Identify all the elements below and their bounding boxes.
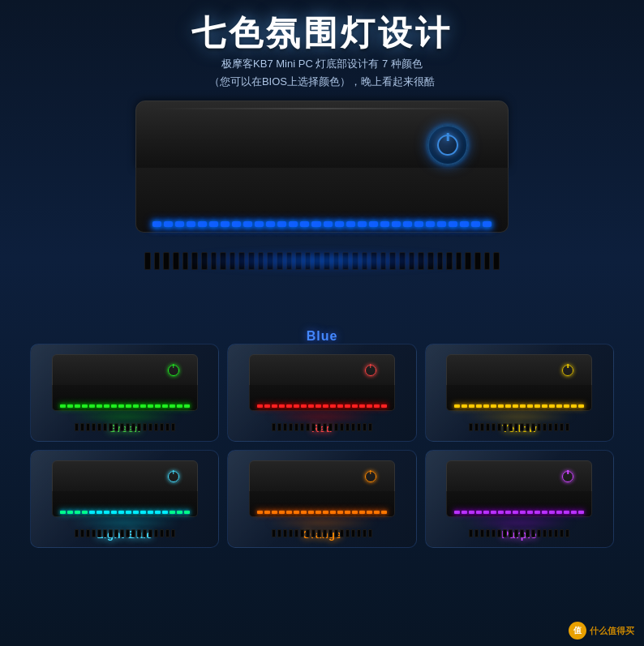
mini-led-dot [337,404,343,408]
variants-grid: GreenRedYellowLight BlueOrangePurple [22,344,622,548]
led-dot [175,221,184,227]
mini-led-dot [126,404,131,408]
led-dot [255,221,264,227]
mini-power-ring [168,471,179,482]
led-dot [311,221,320,227]
led-dot [426,221,435,227]
mini-vent [492,423,496,431]
mini-led-dot [578,404,584,408]
mini-led-dot [148,511,153,514]
mini-vent [334,529,338,537]
mini-led-dot [301,511,307,514]
subtitle: 极摩客KB7 Mini PC 灯底部设计有 7 种颜色 （您可以在BIOS上选择… [191,55,453,91]
mini-vent [497,423,501,431]
mini-led-dot [60,511,66,514]
mini-vent [154,423,158,431]
mini-led-dot [257,511,263,514]
watermark: 值 什么值得买 [569,622,634,640]
mini-power-button [166,469,181,484]
mini-led-dot [549,511,555,514]
mini-led-dot [104,511,109,514]
mini-vent [306,423,310,431]
mini-vent [346,423,350,431]
mini-pc-bottom [446,491,592,517]
mini-led-dot [89,511,95,514]
mini-led-dot [498,404,504,408]
mini-led-dot [111,404,117,408]
vent-slot [484,252,491,270]
mini-led-dot [177,404,182,408]
mini-vent [120,423,124,431]
mini-power-button [363,469,378,484]
subtitle-line1: 极摩客KB7 Mini PC 灯底部设计有 7 种颜色 [221,58,423,70]
led-dot [437,221,446,227]
led-dot [403,221,412,227]
mini-led-dot [498,511,504,514]
mini-led-dot [294,404,299,408]
mini-vent [137,423,141,431]
mini-vent [283,529,287,537]
mini-vent [474,529,479,537]
mini-led-dot [381,511,387,514]
mini-vent [311,529,316,537]
mini-vent [86,529,90,537]
mini-vent [497,529,501,537]
mini-vent [486,529,490,537]
mini-vent [554,423,558,431]
mini-led-dot [469,511,474,514]
led-dot [221,221,230,227]
mini-power-ring [365,365,376,376]
mini-pc-bottom [52,491,198,517]
led-dot [289,221,298,227]
main-title: 七色氛围灯设计 [191,15,453,52]
mini-vent [323,529,327,537]
mini-led-dot [330,511,336,514]
mini-led-dot [520,404,526,408]
mini-power-button [560,469,575,484]
mini-pc [52,354,198,417]
mini-led-dot [272,511,277,514]
mini-led-dot [155,404,161,408]
mini-pc [249,460,395,524]
mini-power-button [560,363,575,378]
mini-vent [346,529,350,537]
main-led-strip [152,220,492,228]
led-dot [232,221,241,227]
mini-led-dot [374,404,380,408]
mini-power-button [166,363,181,378]
mini-led-dot [118,511,124,514]
mini-led-dot [527,404,533,408]
led-dot [209,221,218,227]
mini-led-dot [483,404,489,408]
mini-vent [137,529,141,537]
mini-led-dot [82,511,88,514]
led-dot [300,221,309,227]
mini-led-dot [337,511,343,514]
mini-vents [57,421,193,433]
led-dot [266,221,275,227]
mini-glow [68,412,182,421]
mini-led-strip [59,404,191,408]
vent-slot [493,252,500,270]
mini-led-dot [571,511,577,514]
mini-vent [368,423,372,431]
mini-power-ring [562,365,573,376]
mini-vent [334,423,338,431]
mini-vent [143,423,147,431]
led-dot [369,221,378,227]
mini-vent [531,529,535,537]
led-dot [243,221,252,227]
mini-vent [560,529,564,537]
mini-led-dot [272,404,277,408]
mini-vent [114,529,118,537]
mini-vent [565,529,569,537]
mini-led-dot [162,511,168,514]
mini-pc [249,354,395,417]
mini-vent [340,529,344,537]
mini-vent [509,423,513,431]
mini-vent [272,529,276,537]
red-variant: Red [227,344,416,442]
mini-glow [462,518,576,528]
mini-led-dot [140,511,146,514]
mini-vent [306,529,310,537]
